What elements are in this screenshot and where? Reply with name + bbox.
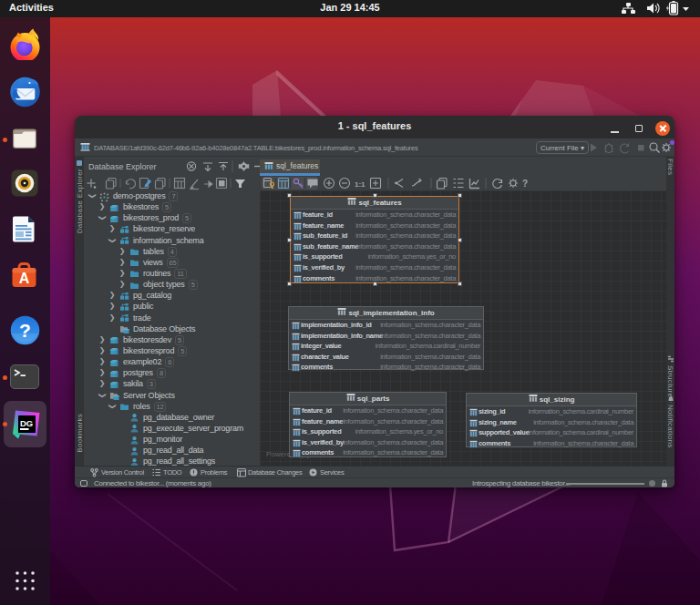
- svg-text:?: ?: [19, 320, 31, 341]
- svg-text:DG: DG: [20, 417, 33, 427]
- svg-text:?: ?: [522, 179, 528, 189]
- svg-text:1:1: 1:1: [355, 180, 365, 189]
- svg-text:A: A: [19, 271, 30, 286]
